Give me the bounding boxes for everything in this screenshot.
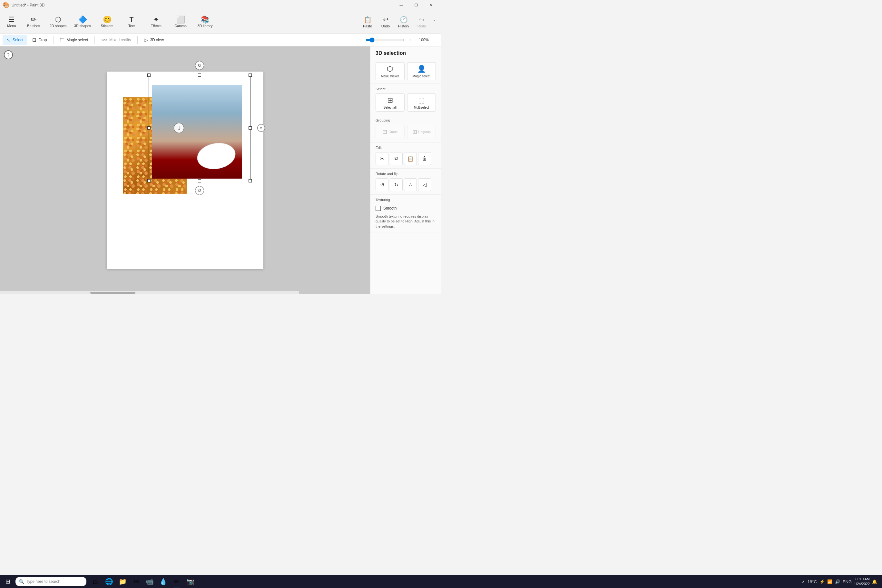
- person-inner: [152, 85, 242, 178]
- canvas-icon: ⬜: [176, 16, 185, 23]
- zoom-control: − + 100% ···: [356, 36, 438, 44]
- grouping-actions: ⊟ Group ⊞ Ungroup: [375, 125, 436, 139]
- 3dshapes-button[interactable]: 🔷 3D shapes: [71, 12, 94, 32]
- zoom-out-button[interactable]: −: [356, 36, 364, 44]
- group-icon: ⊟: [382, 128, 387, 135]
- cut-button[interactable]: ✂: [375, 152, 388, 165]
- rotate-left-icon: ↺: [380, 182, 384, 188]
- subtoolbar-divider2: [94, 36, 95, 44]
- main-area: ?: [0, 46, 441, 294]
- texturing-section-title: Texturing: [375, 198, 436, 202]
- grouping-section: Grouping ⊟ Group ⊞ Ungroup: [370, 115, 441, 142]
- main-toolbar: ☰ Menu ✏ Brushes ⬡ 2D shapes 🔷 3D shapes…: [0, 10, 441, 33]
- subtoolbar-divider: [53, 36, 54, 44]
- text-icon: T: [129, 16, 134, 23]
- select-section-title: Select: [375, 87, 436, 91]
- scrollbar-thumb[interactable]: [90, 292, 135, 294]
- ungroup-icon: ⊞: [412, 128, 417, 135]
- handle-top-right[interactable]: [249, 74, 252, 77]
- edit-section-title: Edit: [375, 146, 436, 150]
- effects-button[interactable]: ✦ Effects: [144, 12, 168, 32]
- brush-icon: ✏: [31, 16, 36, 23]
- rotate-handle-top[interactable]: ↻: [195, 61, 204, 70]
- app-title: Untitled* - Paint 3D: [12, 3, 45, 8]
- smooth-checkbox[interactable]: [375, 206, 381, 211]
- menu-button[interactable]: ☰ Menu: [3, 12, 21, 32]
- handle-top-left[interactable]: [147, 74, 150, 77]
- paste-button[interactable]: 📋 Paste: [358, 12, 376, 32]
- window-controls: — ❐ ✕: [394, 0, 438, 10]
- handle-top-center[interactable]: [198, 74, 201, 77]
- magic-select-button[interactable]: ⬚ Magic select: [56, 35, 92, 45]
- grouping-section-title: Grouping: [375, 118, 436, 122]
- select-all-button[interactable]: ⊞ Select all: [375, 93, 405, 111]
- shapes3d-icon: 🔷: [78, 16, 87, 23]
- close-button[interactable]: ✕: [424, 0, 438, 10]
- rotate-handle-bottom[interactable]: ↺: [195, 186, 204, 195]
- flip-vertical-button[interactable]: △: [404, 178, 417, 191]
- canvas-button[interactable]: ⬜ Canvas: [169, 12, 192, 32]
- handle-bot-right[interactable]: [249, 179, 252, 183]
- make-sticker-icon: ⬡: [387, 65, 393, 73]
- handle-mid-right[interactable]: [249, 126, 252, 130]
- redo-button[interactable]: ↪ Redo: [412, 12, 430, 32]
- rotate-actions: ↺ ↻ △ ◁: [375, 178, 436, 191]
- delete-button[interactable]: 🗑: [418, 152, 431, 165]
- help-button[interactable]: ?: [4, 50, 13, 59]
- edit-section: Edit ✂ ⧉ 📋 🗑: [370, 142, 441, 169]
- shapes2d-icon: ⬡: [55, 16, 61, 23]
- select-button[interactable]: ↖ Select: [3, 35, 27, 45]
- flip-vertical-icon: △: [408, 182, 412, 188]
- 3dlibrary-button[interactable]: 📚 3D library: [194, 12, 217, 32]
- stickers-button[interactable]: 😊 Stickers: [95, 12, 118, 32]
- undo-icon: ↩: [383, 16, 388, 24]
- rotate-right-icon: ↻: [394, 182, 399, 188]
- mixed-reality-button[interactable]: 👓 Mixed reality: [98, 35, 135, 45]
- handle-bot-center[interactable]: [198, 179, 201, 183]
- horizontal-scrollbar[interactable]: [0, 291, 299, 294]
- library-icon: 📚: [201, 16, 210, 23]
- paste-edit-button[interactable]: 📋: [404, 152, 417, 165]
- smooth-row: Smooth: [375, 204, 436, 212]
- toolbar-collapse-button[interactable]: ˄: [430, 12, 438, 32]
- stickers-icon: 😊: [103, 16, 111, 23]
- rotate-flip-section: Rotate and flip ↺ ↻ △ ◁: [370, 169, 441, 195]
- zoom-more-button[interactable]: ···: [430, 36, 438, 44]
- 2dshapes-button[interactable]: ⬡ 2D shapes: [46, 12, 70, 32]
- multiselect-button[interactable]: ⬚ Multiselect: [407, 93, 436, 111]
- make-sticker-button[interactable]: ⬡ Make sticker: [375, 62, 405, 80]
- canvas-area[interactable]: ?: [0, 46, 370, 294]
- panel-top-section: ⬡ Make sticker 👤 Magic select: [370, 59, 441, 84]
- text-button[interactable]: T Text: [120, 12, 143, 32]
- panel-top-actions: ⬡ Make sticker 👤 Magic select: [375, 62, 436, 80]
- zoom-in-button[interactable]: +: [406, 36, 414, 44]
- history-icon: 🕐: [400, 16, 408, 24]
- panel-title: 3D selection: [370, 46, 441, 59]
- edit-actions: ✂ ⧉ 📋 🗑: [375, 152, 436, 165]
- minimize-button[interactable]: —: [394, 0, 409, 10]
- mixed-reality-icon: 👓: [101, 37, 107, 43]
- group-button[interactable]: ⊟ Group: [375, 125, 405, 139]
- view3d-button[interactable]: ▷ 3D view: [140, 35, 168, 45]
- rotate-right-button[interactable]: ↻: [390, 178, 403, 191]
- magic-select-panel-icon: 👤: [417, 65, 426, 73]
- undo-button[interactable]: ↩ Undo: [376, 12, 394, 32]
- history-button[interactable]: 🕐 History: [394, 12, 412, 32]
- zoom-slider[interactable]: [366, 38, 404, 42]
- paste-icon: 📋: [364, 16, 372, 24]
- brushes-button[interactable]: ✏ Brushes: [22, 12, 45, 32]
- magic-select-panel-button[interactable]: 👤 Magic select: [407, 62, 436, 80]
- crop-button[interactable]: ⊡ Crop: [28, 35, 51, 45]
- copy-button[interactable]: ⧉: [390, 152, 403, 165]
- menu-icon: ☰: [8, 16, 15, 23]
- canvas[interactable]: ↻ ↺ ⤓ ⟳: [107, 72, 263, 269]
- subtoolbar: ↖ Select ⊡ Crop ⬚ Magic select 👓 Mixed r…: [0, 33, 441, 46]
- effects-icon: ✦: [153, 16, 159, 23]
- ungroup-button[interactable]: ⊞ Ungroup: [407, 125, 436, 139]
- handle-3d-right[interactable]: ⟳: [257, 124, 265, 132]
- restore-button[interactable]: ❐: [409, 0, 424, 10]
- smooth-label[interactable]: Smooth: [383, 206, 396, 210]
- flip-horizontal-button[interactable]: ◁: [418, 178, 431, 191]
- rotate-left-button[interactable]: ↺: [375, 178, 388, 191]
- texturing-note: Smooth texturing requires display qualit…: [375, 214, 436, 229]
